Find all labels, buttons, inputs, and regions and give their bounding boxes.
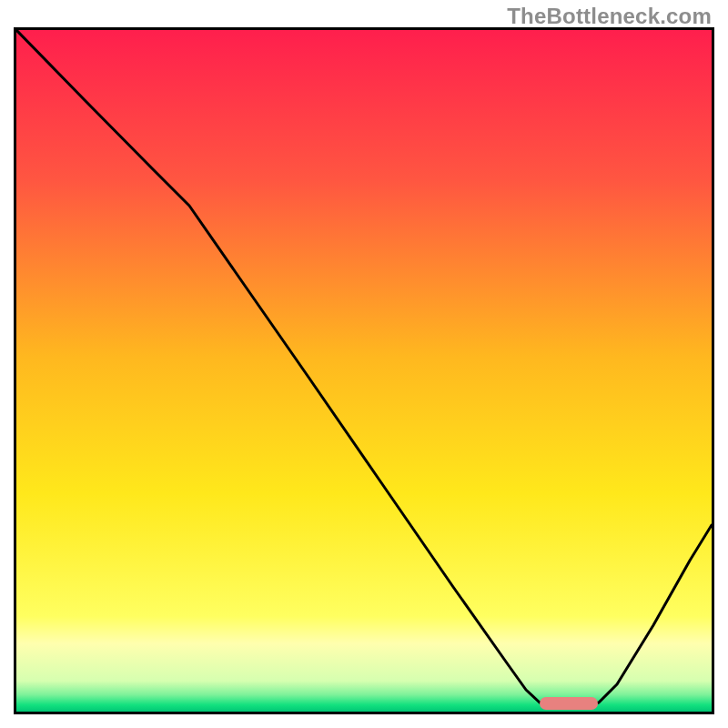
- chart-curve-layer: [16, 30, 712, 712]
- chart-frame: [14, 27, 714, 714]
- bottleneck-curve: [16, 30, 712, 708]
- watermark-text: TheBottleneck.com: [507, 4, 712, 29]
- optimal-marker: [540, 697, 598, 710]
